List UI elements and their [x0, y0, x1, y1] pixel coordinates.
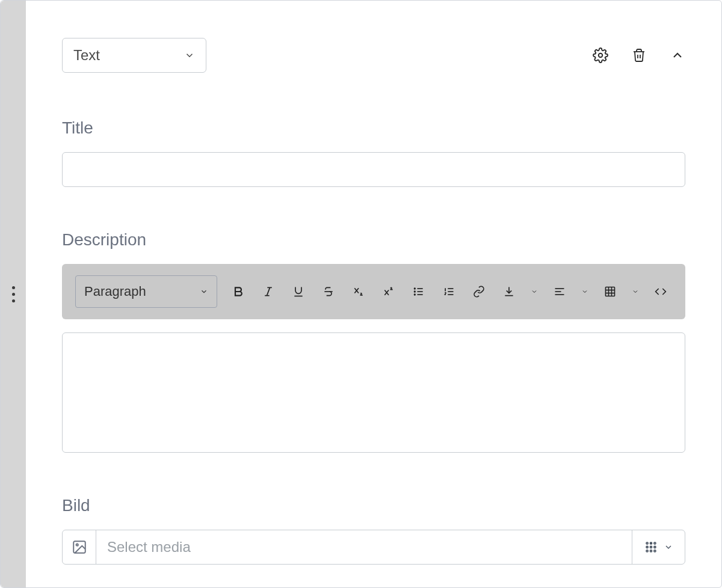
link-icon: [472, 286, 486, 298]
bild-label: Bild: [62, 496, 685, 515]
svg-point-11: [415, 294, 416, 295]
inline-format-group: [229, 283, 398, 301]
svg-point-34: [653, 550, 655, 552]
content-block-panel: Text: [0, 0, 722, 588]
table-icon: [604, 286, 616, 298]
table-group: [601, 283, 640, 301]
chevron-up-icon: [670, 48, 685, 63]
drag-handle-rail[interactable]: [1, 1, 26, 587]
gear-icon: [593, 47, 608, 63]
code-icon: [654, 286, 667, 298]
insert-dropdown[interactable]: [530, 283, 538, 301]
chevron-down-icon: [664, 542, 673, 552]
numbered-list-icon: [442, 286, 455, 298]
block-type-select[interactable]: Text: [62, 38, 206, 73]
top-row: Text: [62, 38, 685, 73]
svg-point-26: [646, 542, 648, 544]
chevron-down-icon: [632, 288, 639, 295]
table-dropdown[interactable]: [631, 283, 640, 301]
grid-icon: [644, 541, 658, 554]
svg-line-3: [267, 287, 270, 295]
insert-group: [500, 283, 538, 301]
svg-point-9: [415, 288, 416, 289]
align-group: [551, 283, 589, 301]
bulleted-list-button[interactable]: [410, 283, 428, 301]
svg-point-31: [653, 547, 655, 548]
list-group: [410, 283, 458, 301]
italic-icon: [262, 286, 274, 298]
source-button[interactable]: [652, 283, 670, 301]
superscript-icon: [382, 286, 395, 298]
svg-point-10: [415, 291, 416, 292]
underline-icon: [292, 286, 304, 298]
svg-point-27: [650, 542, 652, 544]
block-type-value: Text: [73, 47, 100, 64]
align-button[interactable]: [551, 283, 569, 301]
settings-button[interactable]: [593, 47, 608, 63]
italic-button[interactable]: [259, 283, 277, 301]
table-button[interactable]: [601, 283, 619, 301]
subscript-button[interactable]: [350, 283, 368, 301]
svg-point-25: [76, 544, 78, 546]
svg-point-32: [646, 550, 648, 552]
chevron-down-icon: [531, 288, 538, 295]
svg-point-29: [646, 547, 648, 548]
media-input[interactable]: [96, 530, 632, 564]
superscript-button[interactable]: [380, 283, 398, 301]
insert-icon: [503, 286, 515, 298]
title-label: Title: [62, 118, 685, 138]
link-button[interactable]: [470, 283, 488, 301]
bulleted-list-icon: [412, 286, 425, 298]
chevron-down-icon: [581, 288, 588, 295]
description-editor[interactable]: [62, 332, 685, 453]
svg-point-33: [650, 550, 652, 552]
numbered-list-button[interactable]: [440, 283, 458, 301]
panel-body: Text: [26, 1, 721, 587]
bold-button[interactable]: [229, 283, 247, 301]
chevron-down-icon: [184, 50, 195, 61]
media-picker-button[interactable]: [632, 530, 685, 564]
align-icon: [554, 286, 566, 298]
heading-style-select[interactable]: Paragraph: [75, 275, 217, 308]
image-icon: [72, 539, 87, 555]
svg-point-28: [653, 542, 655, 544]
chevron-down-icon: [200, 287, 208, 296]
trash-icon: [632, 47, 646, 63]
delete-button[interactable]: [631, 47, 647, 63]
align-dropdown[interactable]: [581, 283, 589, 301]
insert-button[interactable]: [500, 283, 518, 301]
collapse-button[interactable]: [670, 47, 685, 63]
rich-text-editor: Paragraph: [62, 264, 685, 453]
rte-toolbar: Paragraph: [62, 264, 685, 319]
description-section: Description Paragraph: [62, 230, 685, 453]
description-label: Description: [62, 230, 685, 250]
svg-point-30: [650, 547, 652, 548]
underline-button[interactable]: [289, 283, 307, 301]
title-input[interactable]: [62, 152, 685, 187]
top-actions: [593, 47, 685, 63]
heading-style-value: Paragraph: [84, 284, 146, 299]
kebab-icon: [12, 286, 15, 302]
bild-section: Bild: [62, 496, 685, 565]
media-selector: [62, 530, 685, 565]
media-type-icon-box: [63, 530, 96, 564]
strikethrough-button[interactable]: [319, 283, 338, 301]
strikethrough-icon: [322, 286, 335, 298]
svg-rect-19: [606, 287, 615, 296]
bold-icon: [232, 286, 244, 298]
title-section: Title: [62, 118, 685, 187]
svg-point-0: [599, 54, 603, 58]
subscript-icon: [352, 286, 365, 298]
